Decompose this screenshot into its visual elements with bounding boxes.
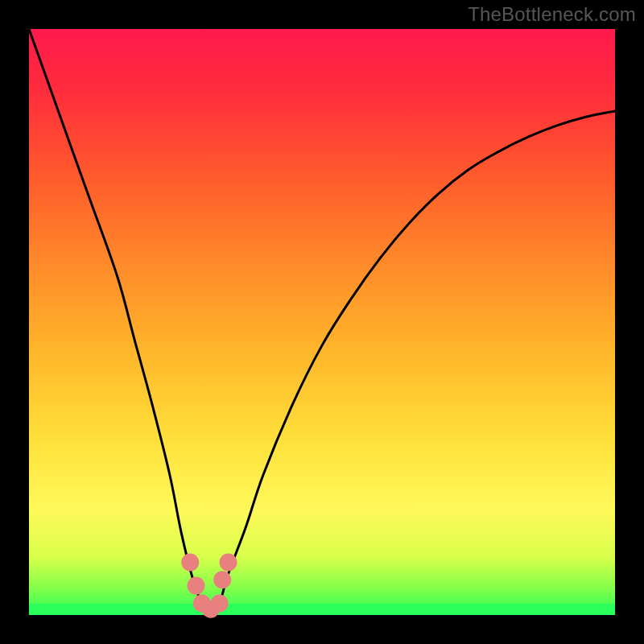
curve-marker [181, 553, 199, 571]
plot-background [29, 29, 615, 615]
curve-marker [211, 594, 229, 612]
curve-marker [187, 577, 204, 595]
watermark-text: TheBottleneck.com [468, 3, 636, 26]
curve-marker [220, 553, 237, 571]
bottleneck-chart [0, 0, 644, 644]
green-zone [29, 604, 615, 615]
curve-marker [213, 571, 231, 588]
chart-frame: TheBottleneck.com [0, 0, 644, 644]
